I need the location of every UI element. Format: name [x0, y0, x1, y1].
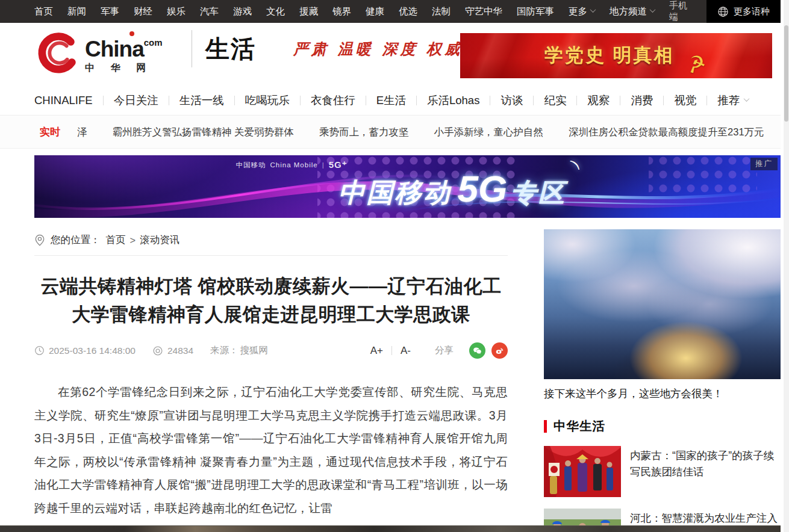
page-scrollbar[interactable]	[784, 0, 789, 532]
location-pin-icon	[34, 234, 45, 246]
sub-nav-item[interactable]: 吃喝玩乐	[245, 93, 311, 108]
sub-nav-item[interactable]: E生活	[376, 93, 427, 108]
globe-icon	[717, 6, 729, 17]
ticker-label: 实时	[40, 125, 60, 139]
chevron-down-icon	[650, 7, 656, 13]
sub-nav-item[interactable]: 今日关注	[114, 93, 179, 108]
top-nav-more-label: 更多	[569, 5, 587, 18]
top-nav-item[interactable]: 守艺中华	[465, 5, 502, 18]
subnav-row: CHINALIFE今日关注生活一线吃喝玩乐衣食住行E生活乐活Lohas访谈纪实观…	[0, 85, 781, 116]
article-title: 云端共铸精神灯塔 馆校联动赓续薪火——辽宁石油化工大学雷锋精神育人展馆走进昆明理…	[34, 272, 508, 329]
brand-cn-name: 中 华 网	[85, 62, 163, 75]
chevron-down-icon[interactable]	[744, 96, 750, 102]
divider	[34, 255, 508, 256]
china-com-brush-logo-icon	[34, 30, 81, 77]
clock-icon	[34, 345, 45, 356]
views-icon	[152, 345, 163, 356]
language-switcher-label: 更多语种	[734, 6, 770, 17]
language-switcher[interactable]: 更多语种	[706, 0, 781, 23]
article-source: 来源： 搜狐网	[210, 344, 268, 357]
sub-nav-item[interactable]: 访谈	[501, 93, 544, 108]
font-increase-button[interactable]: A+	[370, 345, 383, 357]
weibo-icon	[494, 345, 505, 356]
sidebar: 接下来这半个多月，这些地方会很美！ 中华生活	[544, 229, 781, 532]
sub-nav-item[interactable]: 推荐	[717, 93, 740, 108]
main-content: 您的位置： 首页 > 滚动资讯 云端共铸精神灯塔 馆校联动赓续薪火——辽宁石油化…	[34, 227, 781, 532]
breadcrumb-current[interactable]: 滚动资讯	[140, 234, 179, 247]
brand-red-dot	[129, 31, 134, 36]
top-nav-item[interactable]: 文化	[266, 5, 285, 18]
brand-tld: com	[144, 37, 163, 48]
scrollbar-thumb[interactable]	[784, 25, 788, 122]
ticker-headline[interactable]: 深圳住房公积金贷款最高额度提升至231万元	[569, 126, 764, 139]
source-value[interactable]: 搜狐网	[240, 344, 269, 357]
top-nav-item[interactable]: 健康	[366, 5, 384, 18]
top-nav-local-channels[interactable]: 地方频道	[610, 5, 655, 18]
top-nav-more[interactable]: 更多	[569, 5, 595, 18]
topbar: 首页新闻军事财经娱乐汽车游戏文化援藏镜界健康优选法制守艺中华国防军事 更多 地方…	[0, 0, 781, 23]
ticker-headline[interactable]: 泽	[77, 126, 87, 139]
realtime-ticker: 实时 泽霸州胜芳义警弘扬雷锋精神 关爱弱势群体乘势而上，蓄力攻坚小手添新绿，童心…	[0, 116, 781, 149]
sub-nav-item[interactable]: CHINALIFE	[34, 94, 114, 107]
news-thumbnail-stage	[544, 446, 621, 497]
article-column: 您的位置： 首页 > 滚动资讯 云端共铸精神灯塔 馆校联动赓续薪火——辽宁石油化…	[34, 227, 508, 532]
source-label: 来源：	[210, 344, 239, 357]
featured-image-cherry-blossoms[interactable]	[544, 229, 781, 379]
sub-nav-item[interactable]: 消费	[631, 93, 674, 108]
top-nav-item[interactable]: 镜界	[332, 5, 351, 18]
sub-nav-item[interactable]: 衣食住行	[311, 93, 376, 108]
top-nav-item[interactable]: 新闻	[67, 5, 86, 18]
brand-wordmark: Chinacom	[85, 32, 163, 60]
top-nav-item[interactable]: 援藏	[299, 5, 318, 18]
ticker-headline[interactable]: 乘势而上，蓄力攻坚	[319, 126, 409, 139]
top-nav-item[interactable]: 军事	[101, 5, 119, 18]
article-tools: A+ A- 分享	[370, 342, 508, 359]
sub-nav-item[interactable]: 生活一线	[179, 93, 245, 108]
publish-time: 2025-03-16 14:48:00	[34, 345, 136, 356]
top-nav-item[interactable]: 法制	[432, 5, 451, 18]
sub-nav-item[interactable]: 纪实	[544, 93, 587, 108]
sub-nav: CHINALIFE今日关注生活一线吃喝玩乐衣食住行E生活乐活Lohas访谈纪实观…	[34, 93, 740, 108]
sub-nav-item[interactable]: 乐活Lohas	[427, 93, 501, 108]
top-nav-item[interactable]: 优选	[399, 5, 417, 18]
top-nav-item[interactable]: 国防军事	[517, 5, 554, 18]
banner-title: 中国移动 5G ⌒ 专区	[338, 167, 566, 211]
breadcrumb-label: 您的位置：	[51, 234, 101, 247]
top-nav-item[interactable]: 汽车	[200, 5, 219, 18]
sub-nav-item[interactable]: 观察	[587, 93, 631, 108]
ticker-headline[interactable]: 霸州胜芳义警弘扬雷锋精神 关爱弱势群体	[113, 126, 295, 139]
sub-nav-item[interactable]: 视觉	[674, 93, 717, 108]
font-decrease-button[interactable]: A-	[401, 345, 411, 357]
top-nav-item[interactable]: 财经	[134, 5, 152, 18]
divider	[391, 346, 392, 355]
article-meta: 2025-03-16 14:48:00 24834 来源： 搜狐网 A+	[34, 342, 508, 359]
breadcrumb-separator: >	[130, 235, 136, 246]
wechat-icon	[472, 345, 482, 356]
header-ad-banner[interactable]: 学党史 明真相 ☭	[460, 33, 772, 78]
top-nav-item[interactable]: 游戏	[233, 5, 252, 18]
top-nav-local-label: 地方频道	[610, 5, 647, 18]
article-body: 在第62个学雷锋纪念日到来之际，辽宁石油化工大学党委宣传部、研究生院、马克思主义…	[34, 380, 508, 519]
red-accent-bar	[544, 420, 547, 433]
top-nav-item[interactable]: 娱乐	[167, 5, 186, 18]
news-title[interactable]: 内蒙古：“国家的孩子”的孩子续写民族团结佳话	[630, 446, 781, 497]
china-mobile-5g-ad-banner[interactable]: 中国移动China Mobile |5G⁺ 中国移动 5G ⌒ 专区 推广	[34, 155, 781, 218]
top-nav: 首页新闻军事财经娱乐汽车游戏文化援藏镜界健康优选法制守艺中华国防军事	[34, 5, 569, 18]
header-ad-text: 学党史 明真相	[544, 43, 675, 68]
view-count: 24834	[152, 345, 193, 356]
sidebar-news-item[interactable]: 内蒙古：“国家的孩子”的孩子续写民族团结佳话	[544, 446, 781, 497]
breadcrumb-home-link[interactable]: 首页	[106, 234, 126, 247]
ticker-headline[interactable]: 小手添新绿，童心护自然	[434, 126, 544, 139]
top-nav-item[interactable]: 首页	[34, 5, 53, 18]
page: 首页新闻军事财经娱乐汽车游戏文化援藏镜界健康优选法制守艺中华国防军事 更多 地方…	[0, 0, 789, 532]
view-count-value: 24834	[167, 345, 193, 356]
site-logo[interactable]: Chinacom 中 华 网	[34, 30, 163, 77]
publish-time-value: 2025-03-16 14:48:00	[49, 345, 136, 356]
share-weibo-button[interactable]	[491, 342, 508, 359]
featured-caption[interactable]: 接下来这半个多月，这些地方会很美！	[544, 386, 781, 401]
ticker-list: 泽霸州胜芳义警弘扬雷锋精神 关爱弱势群体乘势而上，蓄力攻坚小手添新绿，童心护自然…	[77, 126, 781, 139]
mobile-version-link[interactable]: 手机端	[669, 0, 693, 23]
sidebar-section-title: 中华生活	[554, 418, 605, 435]
share-wechat-button[interactable]	[469, 342, 485, 359]
site-header: Chinacom 中 华 网 生活 严肃 温暖 深度 权威 学党史 明真相 ☭	[0, 23, 781, 85]
